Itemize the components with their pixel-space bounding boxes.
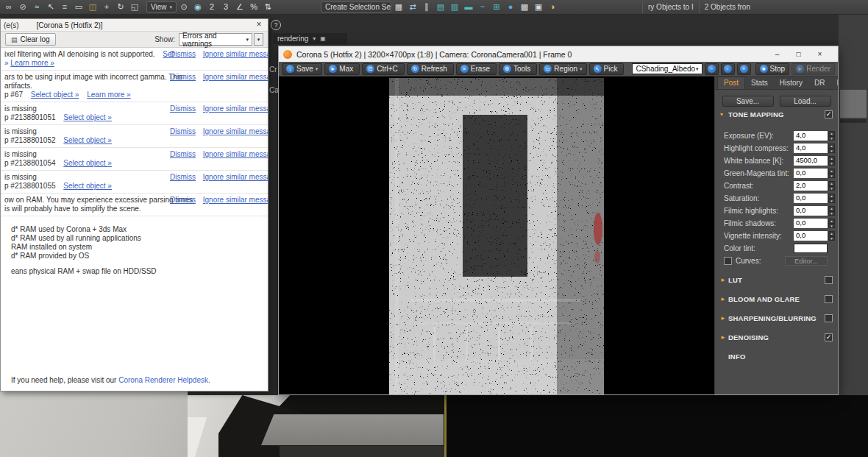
maximize-icon[interactable]: □	[788, 46, 809, 62]
pick-button[interactable]: ↖ Pick	[589, 63, 625, 75]
ignore-similar-link[interactable]: Ignore similar messages	[203, 127, 268, 135]
collapsed-section-header[interactable]: ► LUT	[715, 274, 838, 286]
spinner-down-icon[interactable]: ▾	[828, 174, 835, 179]
bind-to-space-warp-icon[interactable]: ≈	[30, 1, 43, 13]
collapsed-section-header[interactable]: ► SHARPENING/BLURRING	[715, 312, 838, 325]
dismiss-link[interactable]: Dismiss	[170, 196, 196, 204]
rectangular-selection-icon[interactable]: ▭	[72, 1, 85, 13]
select-by-name-icon[interactable]: ≡	[58, 1, 71, 13]
toolbar-text-button[interactable]: ry Objects to I	[642, 1, 699, 13]
named-selection-set-field[interactable]: Create Selection Se ▾	[321, 1, 391, 13]
copy-button[interactable]: ⊡ Ctrl+C	[362, 63, 405, 75]
unlink-selection-icon[interactable]: ⊘	[16, 1, 29, 13]
parameter-value-field[interactable]: 0,0	[794, 219, 828, 228]
spinner[interactable]: ▴ ▾	[828, 144, 835, 153]
select-object-link[interactable]: Select object »	[31, 91, 79, 99]
save-button[interactable]: ↓ Save ▾	[282, 63, 322, 75]
parameter-value-field[interactable]: 2,0	[794, 181, 828, 191]
spinner-down-icon[interactable]: ▾	[828, 186, 835, 191]
spinner[interactable]: ▴ ▾	[828, 231, 835, 241]
dismiss-link[interactable]: Dismiss	[170, 127, 196, 135]
spinner-down-icon[interactable]: ▾	[828, 211, 835, 216]
save-settings-button[interactable]: Save...	[722, 96, 774, 107]
spinner[interactable]: ▴ ▾	[828, 131, 835, 141]
minimize-icon[interactable]: –	[766, 46, 788, 62]
collapsed-section-header[interactable]: ► BLOOM AND GLARE	[715, 293, 838, 305]
ignore-similar-link[interactable]: Ignore similar messages	[203, 196, 268, 204]
material-editor-icon[interactable]: ●	[504, 1, 517, 13]
section-checkbox[interactable]	[825, 295, 833, 303]
refresh-button[interactable]: ↻ Refresh	[407, 63, 454, 75]
section-info[interactable]: INFO	[715, 350, 838, 363]
spinner-down-icon[interactable]: ▾	[828, 224, 835, 229]
parameter-value-field[interactable]: 4,0	[794, 144, 828, 153]
zoom-out-button[interactable]: −	[705, 63, 719, 75]
select-object-link[interactable]: Select object »	[63, 182, 112, 190]
select-object-link[interactable]: Select object »	[63, 113, 112, 121]
toolbar-text-button[interactable]: 2 Objects fron	[699, 1, 755, 13]
parameter-value-field[interactable]: 4500,0	[794, 156, 828, 166]
spinner-down-icon[interactable]: ▾	[828, 149, 835, 154]
tab-history[interactable]: History	[774, 77, 808, 89]
toggle-ribbon-icon[interactable]: ▬	[462, 1, 475, 13]
max-button[interactable]: ► Max	[324, 63, 360, 75]
select-and-rotate-icon[interactable]: ↻	[114, 1, 127, 13]
mirror-icon[interactable]: ⇄	[406, 1, 419, 13]
erase-button[interactable]: × Erase	[456, 63, 497, 75]
tab-post[interactable]: Post	[717, 77, 745, 89]
rendered-frame-window-icon[interactable]: ▣	[532, 1, 545, 13]
dismiss-link[interactable]: Dismiss	[170, 50, 196, 58]
tools-button[interactable]: ⚙ Tools	[499, 63, 537, 75]
message-filter-dropdown[interactable]: Errors and warnings ▾	[179, 33, 252, 46]
select-object-icon[interactable]: ↖	[44, 1, 57, 13]
spinner[interactable]: ▴ ▾	[828, 181, 835, 191]
parameter-value-field[interactable]: 0,0	[794, 194, 828, 203]
close-icon[interactable]: ×	[252, 20, 266, 30]
select-and-move-icon[interactable]: +	[100, 1, 113, 13]
render-canvas[interactable]	[279, 77, 714, 394]
spinner[interactable]: ▴ ▾	[828, 156, 835, 166]
parameter-value-field[interactable]: 0,0	[794, 206, 828, 216]
align-icon[interactable]: ∥	[420, 1, 433, 13]
ignore-similar-link[interactable]: Ignore similar messages	[203, 73, 268, 81]
learn-more-link[interactable]: Learn more »	[87, 91, 130, 99]
spinner-down-icon[interactable]: ▾	[828, 199, 835, 204]
reference-coordinate-dropdown[interactable]: View ▾	[146, 1, 177, 13]
ignore-similar-link[interactable]: Ignore similar messages	[203, 173, 268, 181]
tab-lightmix[interactable]: LightMix	[830, 77, 838, 89]
spinner-down-icon[interactable]: ▾	[828, 236, 835, 241]
spinner[interactable]: ▴ ▾	[828, 219, 835, 228]
percent-snap-icon[interactable]: %	[247, 1, 260, 13]
parameter-value-field[interactable]: 4,0	[794, 131, 828, 141]
curves-editor-button[interactable]: Editor...	[785, 256, 828, 266]
parameter-value-field[interactable]: 0,0	[794, 169, 828, 178]
section-tone-mapping[interactable]: ▾ TONE MAPPING ✓	[715, 108, 838, 121]
spinner-down-icon[interactable]: ▾	[828, 136, 835, 141]
use-pivot-center-icon[interactable]: ⊙	[177, 1, 191, 13]
schematic-view-icon[interactable]: ⊞	[490, 1, 503, 13]
dismiss-link[interactable]: Dismiss	[170, 104, 196, 113]
chevron-down-icon[interactable]: ▾	[313, 35, 316, 42]
zoom-in-button[interactable]: +	[737, 63, 751, 75]
zoom-reset-button[interactable]: ▫	[721, 63, 735, 75]
spinner-snap-icon[interactable]: ⇅	[261, 1, 274, 13]
select-and-link-icon[interactable]: ∞	[2, 1, 15, 13]
collapsed-section-header[interactable]: ► DENOISING ✓	[715, 331, 838, 344]
ignore-similar-link[interactable]: Ignore similar messages	[203, 50, 268, 58]
toggle-scene-explorer-icon[interactable]: ▤	[434, 1, 447, 13]
color-tint-swatch[interactable]	[794, 244, 828, 253]
clear-log-button[interactable]: ▤ Clear log	[5, 33, 56, 46]
spinner-down-icon[interactable]: ▾	[828, 161, 835, 166]
load-settings-button[interactable]: Load...	[780, 96, 831, 107]
helpdesk-link[interactable]: Corona Renderer Helpdesk.	[118, 376, 210, 384]
filter-extra-dropdown[interactable]: ▾	[254, 33, 263, 46]
spinner[interactable]: ▴ ▾	[828, 206, 835, 216]
window-crossing-icon[interactable]: ◫	[86, 1, 99, 13]
angle-snap-icon[interactable]: ∠	[233, 1, 246, 13]
learn-more-link[interactable]: Learn more »	[10, 59, 54, 67]
curves-checkbox[interactable]	[724, 257, 732, 265]
tab-dr[interactable]: DR	[808, 77, 830, 89]
select-object-link[interactable]: Select object »	[63, 159, 112, 167]
section-checkbox[interactable]: ✓	[825, 333, 833, 341]
render-button[interactable]: ► Render	[791, 63, 835, 75]
